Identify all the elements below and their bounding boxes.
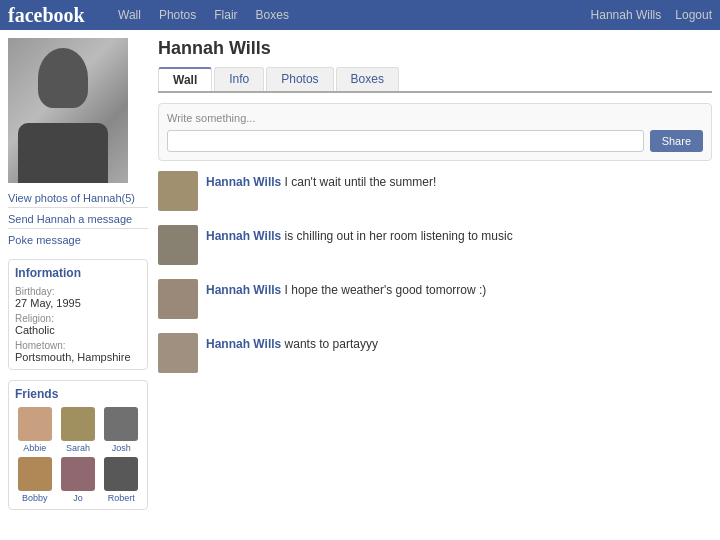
friend-name: Abbie [23, 443, 46, 453]
post-author[interactable]: Hannah Wills [206, 283, 281, 297]
post-avatar-img [158, 333, 198, 373]
post-text: Hannah Wills I can't wait until the summ… [206, 171, 436, 189]
friend-item[interactable]: Robert [102, 457, 141, 503]
profile-name: Hannah Wills [158, 38, 712, 59]
post-avatar-img [158, 225, 198, 265]
post-avatar [158, 279, 198, 319]
friends-grid: AbbieSarahJoshBobbyJoRobert [15, 407, 141, 503]
friend-name: Jo [73, 493, 83, 503]
friend-photo-placeholder [61, 407, 95, 441]
friend-photo-placeholder [18, 457, 52, 491]
profile-photo-placeholder [8, 38, 128, 183]
nav-photos[interactable]: Photos [159, 8, 196, 22]
write-box: Write something... Share [158, 103, 712, 161]
friend-name: Sarah [66, 443, 90, 453]
friend-photo [104, 457, 138, 491]
nav-username: Hannah Wills [591, 8, 662, 22]
friends-section: Friends AbbieSarahJoshBobbyJoRobert [8, 380, 148, 510]
view-photos-link[interactable]: View photos of Hannah(5) [8, 189, 148, 208]
top-navigation: facebook Wall Photos Flair Boxes Hannah … [0, 0, 720, 30]
post-avatar [158, 171, 198, 211]
feed-post: Hannah Wills I hope the weather's good t… [158, 279, 712, 319]
write-input-row: Share [167, 130, 703, 152]
religion-label: Religion: [15, 313, 141, 324]
friend-photo [104, 407, 138, 441]
share-button[interactable]: Share [650, 130, 703, 152]
friends-title: Friends [15, 387, 141, 401]
post-avatar-img [158, 279, 198, 319]
friend-item[interactable]: Bobby [15, 457, 54, 503]
post-text: Hannah Wills I hope the weather's good t… [206, 279, 486, 297]
tab-info[interactable]: Info [214, 67, 264, 91]
friend-photo [18, 457, 52, 491]
friend-item[interactable]: Jo [58, 457, 97, 503]
post-avatar-img [158, 171, 198, 211]
friend-photo [18, 407, 52, 441]
logout-button[interactable]: Logout [675, 8, 712, 22]
post-text: Hannah Wills wants to partayyy [206, 333, 378, 351]
friend-name: Robert [108, 493, 135, 503]
hometown-label: Hometown: [15, 340, 141, 351]
nav-links: Wall Photos Flair Boxes [118, 8, 591, 22]
profile-tabs: Wall Info Photos Boxes [158, 67, 712, 93]
friend-photo-placeholder [104, 407, 138, 441]
friend-item[interactable]: Josh [102, 407, 141, 453]
right-nav: Hannah Wills Logout [591, 8, 712, 22]
friend-photo-placeholder [18, 407, 52, 441]
post-author[interactable]: Hannah Wills [206, 337, 281, 351]
friend-name: Bobby [22, 493, 48, 503]
friend-name: Josh [112, 443, 131, 453]
post-text: Hannah Wills is chilling out in her room… [206, 225, 513, 243]
profile-area: Hannah Wills Wall Info Photos Boxes Writ… [158, 38, 712, 510]
post-avatar [158, 225, 198, 265]
friend-photo-placeholder [61, 457, 95, 491]
poke-link[interactable]: Poke message [8, 231, 148, 249]
facebook-logo: facebook [8, 4, 98, 27]
tab-wall[interactable]: Wall [158, 67, 212, 91]
friend-photo-placeholder [104, 457, 138, 491]
send-message-link[interactable]: Send Hannah a message [8, 210, 148, 229]
feed-post: Hannah Wills is chilling out in her room… [158, 225, 712, 265]
info-section: Information Birthday: 27 May, 1995 Relig… [8, 259, 148, 370]
nav-boxes[interactable]: Boxes [256, 8, 289, 22]
tab-boxes[interactable]: Boxes [336, 67, 399, 91]
write-label: Write something... [167, 112, 703, 124]
nav-flair[interactable]: Flair [214, 8, 237, 22]
post-author[interactable]: Hannah Wills [206, 175, 281, 189]
post-avatar [158, 333, 198, 373]
profile-photo [8, 38, 128, 183]
hometown-value: Portsmouth, Hampshire [15, 351, 141, 363]
sidebar: View photos of Hannah(5) Send Hannah a m… [8, 38, 148, 510]
main-content: View photos of Hannah(5) Send Hannah a m… [0, 30, 720, 518]
feed-post: Hannah Wills wants to partayyy [158, 333, 712, 373]
info-title: Information [15, 266, 141, 280]
religion-value: Catholic [15, 324, 141, 336]
friend-photo [61, 407, 95, 441]
write-input[interactable] [167, 130, 644, 152]
friend-photo [61, 457, 95, 491]
birthday-value: 27 May, 1995 [15, 297, 141, 309]
feed-post: Hannah Wills I can't wait until the summ… [158, 171, 712, 211]
post-author[interactable]: Hannah Wills [206, 229, 281, 243]
birthday-label: Birthday: [15, 286, 141, 297]
feed: Hannah Wills I can't wait until the summ… [158, 171, 712, 373]
nav-wall[interactable]: Wall [118, 8, 141, 22]
tab-photos[interactable]: Photos [266, 67, 333, 91]
friend-item[interactable]: Abbie [15, 407, 54, 453]
friend-item[interactable]: Sarah [58, 407, 97, 453]
